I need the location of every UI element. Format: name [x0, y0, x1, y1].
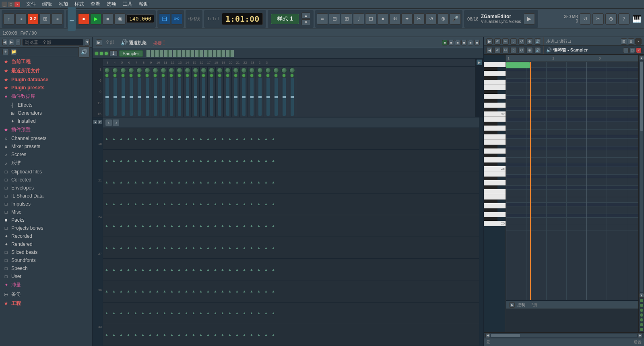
step-arrow-btn[interactable]: ▲: [226, 245, 233, 251]
sidebar-add[interactable]: +: [2, 49, 9, 55]
mixer-knob[interactable]: [225, 68, 231, 73]
step-arrow-btn[interactable]: ▲: [270, 179, 277, 185]
step-arrow-btn[interactable]: ▲: [168, 201, 175, 207]
mixer-knob[interactable]: [161, 68, 166, 73]
sidebar-item-backup-cn[interactable]: ◎ 备份: [0, 290, 92, 299]
black-key[interactable]: [484, 208, 497, 212]
white-key[interactable]: [484, 203, 506, 208]
step-arrow-btn[interactable]: ▲: [212, 332, 219, 338]
step-arrow-btn[interactable]: ▲: [197, 310, 204, 316]
ch-strip-17[interactable]: [217, 50, 221, 57]
white-key[interactable]: [484, 140, 506, 145]
fader-track[interactable]: [170, 78, 173, 116]
step-arrow-btn[interactable]: ▲: [175, 288, 183, 294]
white-key[interactable]: C6: [484, 166, 506, 171]
step-arrow-btn[interactable]: ▲: [103, 158, 110, 163]
step-arrow-btn[interactable]: ▲: [125, 332, 132, 338]
step-arrow-btn[interactable]: ▲: [161, 310, 168, 316]
step-arrow-btn[interactable]: ▲: [241, 288, 248, 294]
step-arrow-btn[interactable]: ▲: [190, 136, 197, 142]
step-arrow-btn[interactable]: ▲: [139, 310, 147, 316]
step-arrow-btn[interactable]: ▲: [233, 310, 241, 316]
step-arrow-btn[interactable]: ▲: [139, 158, 147, 163]
mixer-knob[interactable]: [185, 68, 190, 73]
pr-arrow-left[interactable]: ◀: [486, 47, 493, 54]
mixer-knob[interactable]: [265, 68, 271, 73]
black-key[interactable]: [484, 131, 497, 134]
step-left[interactable]: ◁: [105, 119, 112, 126]
step-arrow-btn[interactable]: ▲: [233, 267, 241, 272]
step-arrow-btn[interactable]: ▲: [219, 201, 226, 207]
step-arrow-btn[interactable]: ▲: [139, 267, 147, 272]
help-btn[interactable]: ?: [618, 13, 630, 25]
step-arrow-btn[interactable]: ▲: [219, 223, 226, 229]
step-btn[interactable]: ⊞: [39, 13, 51, 25]
menu-tools[interactable]: 工具: [120, 0, 135, 8]
mixer-knob[interactable]: [201, 68, 206, 73]
pattern-record-btn[interactable]: ◉: [114, 13, 126, 25]
step-arrow-btn[interactable]: ▲: [255, 136, 262, 142]
step-arrow-btn[interactable]: ▲: [197, 332, 204, 338]
rec-sys-btn[interactable]: ⊕: [605, 13, 617, 25]
step-arrow-btn[interactable]: ▲: [270, 136, 277, 142]
scroll-track[interactable]: [640, 62, 643, 292]
step-arrow-btn[interactable]: ▲: [190, 179, 197, 185]
mixer-knob[interactable]: [120, 68, 126, 73]
step-arrow-btn[interactable]: ▲: [168, 310, 175, 316]
fader-track[interactable]: [138, 78, 141, 116]
sidebar-item-plugin-presets-cn[interactable]: ★ 插件预置: [0, 125, 92, 134]
step-arrow-btn[interactable]: ▲: [262, 223, 270, 229]
black-key[interactable]: [484, 122, 497, 126]
step-arrow-btn[interactable]: ▲: [219, 136, 226, 142]
fader-track[interactable]: [283, 78, 286, 116]
hscroll-track[interactable]: [491, 334, 637, 337]
step-arrow-btn[interactable]: ▲: [132, 223, 139, 229]
step-arrow-btn[interactable]: ▲: [197, 158, 204, 163]
step-arrow-btn[interactable]: ▲: [161, 158, 168, 163]
step-arrow-btn[interactable]: ▲: [183, 310, 190, 316]
step-arrow-btn[interactable]: ▲: [154, 158, 161, 163]
mixer-knob[interactable]: [177, 68, 182, 73]
step-arrow-btn[interactable]: ▲: [175, 223, 183, 229]
ch-strip-13[interactable]: [199, 50, 203, 57]
mixer-knob[interactable]: [217, 68, 223, 73]
step-arrow-btn[interactable]: ▲: [233, 245, 241, 251]
hscroll-thumb[interactable]: [491, 334, 520, 337]
white-key[interactable]: C7: [484, 111, 506, 117]
sidebar-back[interactable]: ◀: [2, 39, 7, 46]
sidebar-item-rendered[interactable]: ✦ Rendered: [0, 240, 92, 248]
white-key[interactable]: [484, 194, 506, 200]
step-arrow-btn[interactable]: ▲: [190, 201, 197, 207]
step-arrow-btn[interactable]: ▲: [255, 288, 262, 294]
seq-mode-1[interactable]: ■: [442, 40, 448, 45]
step-arrow-btn[interactable]: ▲: [168, 332, 175, 338]
step-arrow-btn[interactable]: ▲: [175, 245, 183, 251]
step-arrow-btn[interactable]: ▲: [175, 332, 183, 338]
step-arrow-btn[interactable]: ▲: [168, 136, 175, 142]
step-arrow-btn[interactable]: ▲: [125, 201, 132, 207]
step-arrow-btn[interactable]: ▲: [110, 223, 118, 229]
sidebar-fwd[interactable]: ▶: [9, 39, 14, 46]
step-arrow-btn[interactable]: ▲: [248, 288, 255, 294]
white-key[interactable]: [484, 171, 506, 177]
white-key[interactable]: [484, 126, 506, 131]
ch-strip-2[interactable]: [151, 50, 155, 57]
sidebar-item-plugin-presets[interactable]: ★ Plugin presets: [0, 84, 92, 92]
sidebar-folder[interactable]: 📁: [10, 49, 17, 55]
step-arrow-btn[interactable]: ▲: [161, 288, 168, 294]
step-arrow-btn[interactable]: ▲: [262, 310, 270, 316]
step-arrow-btn[interactable]: ▲: [241, 223, 248, 229]
step-arrow-btn[interactable]: ▲: [103, 332, 110, 338]
step-arrow-btn[interactable]: ▲: [110, 158, 118, 163]
fader-track[interactable]: [258, 78, 262, 116]
pr-tb-1[interactable]: ▶: [486, 38, 493, 45]
step-arrow-btn[interactable]: ▲: [212, 201, 219, 207]
step-arrow-btn[interactable]: ▲: [197, 201, 204, 207]
pr-tool-2[interactable]: ✂: [502, 47, 509, 54]
white-key[interactable]: [484, 103, 506, 108]
step-arrow-btn[interactable]: ▲: [154, 245, 161, 251]
step-arrow-btn[interactable]: ▲: [248, 332, 255, 338]
step-arrow-btn[interactable]: ▲: [132, 158, 139, 163]
step-arrow-btn[interactable]: ▲: [226, 267, 233, 272]
step-arrow-btn[interactable]: ▲: [262, 136, 270, 142]
